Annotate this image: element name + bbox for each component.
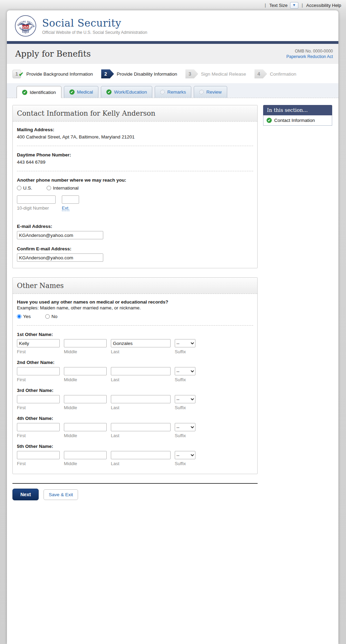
- tab-work-education[interactable]: ✔ Work/Education: [101, 86, 152, 98]
- step-4-label: Confirmation: [270, 71, 297, 77]
- middle-label: Middle: [64, 433, 107, 438]
- tab-identification[interactable]: ✔ Identification: [17, 86, 61, 98]
- utility-bar: | Text Size ▼ | Accessibility Help: [0, 0, 346, 10]
- contact-section-title: Contact Information for Kelly Anderson: [17, 109, 253, 117]
- tab-work-education-label: Work/Education: [114, 89, 147, 95]
- ten-digit-number-input[interactable]: [17, 195, 56, 204]
- other-name-4-middle-input[interactable]: [64, 423, 107, 431]
- separator: |: [302, 3, 303, 8]
- page-title: Apply for Benefits: [15, 49, 91, 59]
- other-name-1-label: 1st Other Name:: [17, 332, 253, 337]
- step-3-badge: 3: [185, 69, 198, 78]
- middle-label: Middle: [64, 377, 107, 382]
- tab-medical-label: Medical: [77, 89, 93, 95]
- other-names-no-radio[interactable]: [45, 314, 50, 319]
- daytime-phone-label: Daytime Phone Number:: [17, 152, 253, 157]
- contact-information-section: Contact Information for Kelly Anderson M…: [12, 105, 258, 268]
- last-label: Last: [111, 349, 171, 354]
- last-label: Last: [111, 461, 171, 466]
- other-names-question: Have you used any other names on medical…: [17, 299, 253, 305]
- suffix-label: Suffix: [175, 433, 195, 438]
- site-subtitle: Official Website of the U.S. Social Secu…: [42, 30, 147, 35]
- sidebar-item-contact-information[interactable]: ✔ Contact Information: [263, 115, 332, 126]
- suffix-label: Suffix: [175, 349, 195, 354]
- other-name-5-middle-input[interactable]: [64, 451, 107, 459]
- ssa-seal-logo: SOCIAL SECURITY ADMINISTRATION USA: [15, 15, 37, 37]
- omb-number: OMB No. 0000-0000: [286, 48, 333, 54]
- svg-text:USA: USA: [22, 25, 29, 29]
- save-and-exit-button[interactable]: Save & Exit: [44, 489, 78, 500]
- other-name-1-first-input[interactable]: [17, 339, 60, 347]
- site-header: SOCIAL SECURITY ADMINISTRATION USA Socia…: [7, 10, 338, 41]
- international-phone-radio-label[interactable]: International: [53, 185, 78, 191]
- sidebar-item-label: Contact Information: [274, 118, 315, 123]
- other-names-yes-radio[interactable]: [17, 314, 21, 319]
- other-name-4-suffix-select[interactable]: --: [175, 423, 195, 431]
- other-name-4-label: 4th Other Name:: [17, 416, 253, 421]
- step-3-label: Sign Medical Release: [201, 71, 246, 77]
- page-card: SOCIAL SECURITY ADMINISTRATION USA Socia…: [7, 10, 338, 644]
- other-name-5-suffix-select[interactable]: --: [175, 451, 195, 459]
- email-label: E-mail Address:: [17, 224, 253, 229]
- accessibility-help-link[interactable]: Accessibility Help: [306, 3, 341, 8]
- suffix-label: Suffix: [175, 377, 195, 382]
- suffix-label: Suffix: [175, 405, 195, 410]
- last-label: Last: [111, 405, 171, 410]
- site-title: Social Security: [42, 17, 147, 29]
- extension-input[interactable]: [62, 195, 79, 204]
- us-phone-radio-label[interactable]: U.S.: [23, 185, 32, 191]
- other-names-yes-label[interactable]: Yes: [23, 314, 31, 319]
- complete-check-icon: ✔: [106, 89, 112, 95]
- other-name-1-suffix-select[interactable]: --: [175, 339, 195, 347]
- other-names-title: Other Names: [17, 281, 253, 290]
- other-name-1-middle-input[interactable]: [64, 339, 107, 347]
- other-name-3-middle-input[interactable]: [64, 395, 107, 403]
- mailing-address-value: 400 Cathedral Street, Apt 7A, Baltimore,…: [17, 134, 253, 140]
- text-size-dropdown-button[interactable]: ▼: [290, 2, 298, 9]
- suffix-label: Suffix: [175, 461, 195, 466]
- other-name-3-first-input[interactable]: [17, 395, 60, 403]
- step-4-confirmation: 4 Confirmation: [254, 69, 297, 78]
- other-name-row-5: 5th Other Name: First Middle Last -- Suf…: [17, 444, 253, 466]
- first-label: First: [17, 461, 60, 466]
- pending-circle-icon: [160, 90, 165, 94]
- other-name-4-last-input[interactable]: [111, 423, 171, 431]
- other-name-2-middle-input[interactable]: [64, 367, 107, 375]
- pending-circle-icon: [199, 90, 204, 94]
- complete-check-icon: ✔: [69, 89, 75, 95]
- extension-help-link[interactable]: Ext.: [62, 205, 69, 211]
- other-name-3-last-input[interactable]: [111, 395, 171, 403]
- tab-identification-label: Identification: [30, 90, 56, 95]
- other-name-3-suffix-select[interactable]: --: [175, 395, 195, 403]
- other-name-2-last-input[interactable]: [111, 367, 171, 375]
- step-1-check-icon: ✔: [19, 71, 23, 78]
- us-phone-radio[interactable]: [17, 186, 21, 190]
- other-name-5-last-input[interactable]: [111, 451, 171, 459]
- middle-label: Middle: [64, 405, 107, 410]
- first-label: First: [17, 349, 60, 354]
- other-name-row-2: 2nd Other Name: First Middle Last -- Suf…: [17, 360, 253, 382]
- other-name-5-label: 5th Other Name:: [17, 444, 253, 449]
- last-label: Last: [111, 433, 171, 438]
- first-label: First: [17, 433, 60, 438]
- confirm-email-input[interactable]: [17, 253, 103, 262]
- international-phone-radio[interactable]: [47, 186, 51, 190]
- first-label: First: [17, 377, 60, 382]
- other-name-5-first-input[interactable]: [17, 451, 60, 459]
- divider: [17, 171, 253, 171]
- other-name-2-first-input[interactable]: [17, 367, 60, 375]
- next-button[interactable]: Next: [12, 489, 39, 500]
- other-name-1-last-input[interactable]: [111, 339, 171, 347]
- email-input[interactable]: [17, 231, 103, 239]
- other-name-2-suffix-select[interactable]: --: [175, 367, 195, 375]
- other-names-no-label[interactable]: No: [51, 314, 57, 319]
- step-1-background-information: 1 ✔ Provide Background Information: [12, 70, 93, 78]
- paperwork-reduction-act-link[interactable]: Paperwork Reduction Act: [286, 54, 333, 59]
- other-phone-question: Another phone number where we may reach …: [17, 177, 253, 183]
- other-name-4-first-input[interactable]: [17, 423, 60, 431]
- tab-review[interactable]: Review: [194, 86, 227, 98]
- other-name-row-4: 4th Other Name: First Middle Last -- Suf…: [17, 416, 253, 438]
- other-names-section: Other Names Have you used any other name…: [12, 277, 258, 474]
- tab-remarks[interactable]: Remarks: [155, 86, 191, 98]
- tab-medical[interactable]: ✔ Medical: [64, 86, 99, 98]
